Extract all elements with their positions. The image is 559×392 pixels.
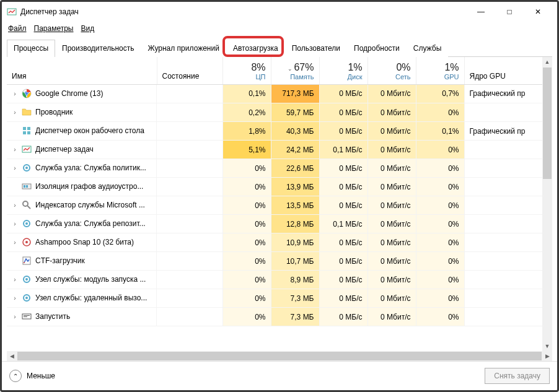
cell-memory: 10,7 МБ: [271, 252, 319, 271]
tab-services[interactable]: Службы: [407, 40, 448, 57]
cell-memory: 13,9 МБ: [271, 178, 319, 196]
expand-icon[interactable]: ›: [12, 239, 18, 246]
cell-disk: 0 МБ/с: [319, 84, 368, 103]
menu-view[interactable]: Вид: [81, 24, 94, 33]
cell-network: 0 Мбит/с: [368, 103, 416, 122]
table-row[interactable]: ›Проводник0,2%59,7 МБ0 МБ/с0 Мбит/с0%: [7, 103, 552, 122]
cell-cpu: 0%: [222, 233, 271, 252]
process-name: Диспетчер окон рабочего стола: [35, 126, 144, 135]
table-row[interactable]: ›Служба узла: Служба репозит...0%12,8 МБ…: [7, 215, 552, 233]
process-name: Узел службы: удаленный вызо...: [35, 294, 147, 302]
process-icon: [22, 219, 32, 229]
end-task-button[interactable]: Снять задачу: [485, 368, 550, 384]
scroll-down-icon[interactable]: ▼: [542, 341, 552, 351]
minimize-button[interactable]: —: [467, 2, 495, 21]
table-row[interactable]: ›Google Chrome (13)0,1%717,3 МБ0 МБ/с0 М…: [7, 84, 552, 103]
expand-icon[interactable]: ›: [12, 109, 18, 116]
col-gpu[interactable]: 1%GPU: [416, 57, 464, 84]
tab-app-history[interactable]: Журнал приложений: [141, 40, 226, 57]
table-row[interactable]: Изоляция графов аудиоустро...0%13,9 МБ0 …: [7, 178, 552, 196]
expand-icon[interactable]: ›: [12, 146, 18, 153]
scroll-thumb[interactable]: [543, 68, 552, 179]
table-row[interactable]: ›Ashampoo Snap 10 (32 бита)0%10,9 МБ0 МБ…: [7, 233, 552, 252]
cell-gpu: 0%: [416, 141, 464, 159]
table-row[interactable]: ›Узел службы: удаленный вызо...0%7,3 МБ0…: [7, 289, 552, 308]
table-row[interactable]: ›Узел службы: модуль запуска ...0%8,9 МБ…: [7, 271, 552, 289]
maximize-button[interactable]: □: [495, 2, 524, 21]
cell-state: [157, 84, 222, 103]
horizontal-scrollbar[interactable]: ◀ ▶: [7, 351, 552, 361]
expand-icon[interactable]: ›: [12, 276, 18, 283]
close-button[interactable]: ✕: [524, 2, 552, 21]
table-row[interactable]: ›Служба узла: Служба политик...0%22,6 МБ…: [7, 159, 552, 178]
table-row[interactable]: Диспетчер окон рабочего стола1,8%40,3 МБ…: [7, 122, 552, 141]
cell-name: ›Google Chrome (13): [7, 85, 157, 103]
cell-gpu-engine: [464, 178, 552, 196]
cell-disk: 0,1 МБ/с: [319, 141, 368, 159]
cell-name: CTF-загрузчик: [7, 252, 157, 271]
task-manager-window: Диспетчер задач — □ ✕ Файл Параметры Вид…: [0, 0, 559, 392]
titlebar[interactable]: Диспетчер задач — □ ✕: [2, 2, 557, 22]
cell-gpu: 0%: [416, 159, 464, 178]
cell-cpu: 0%: [222, 271, 271, 289]
cell-network: 0 Мбит/с: [368, 308, 416, 326]
cell-cpu: 0%: [222, 252, 271, 271]
cell-gpu-engine: [464, 289, 552, 308]
scroll-left-icon[interactable]: ◀: [7, 351, 17, 361]
expand-icon[interactable]: ›: [12, 90, 18, 97]
col-gpu-engine[interactable]: Ядро GPU: [464, 57, 552, 84]
menu-file[interactable]: Файл: [8, 24, 27, 33]
process-icon: [22, 163, 32, 173]
col-state[interactable]: Состояние: [157, 57, 222, 84]
expand-icon[interactable]: ›: [12, 165, 18, 172]
cell-gpu-engine: [464, 252, 552, 271]
col-network[interactable]: 0%Сеть: [368, 57, 416, 84]
col-disk[interactable]: 1%Диск: [319, 57, 368, 84]
col-cpu[interactable]: 8%ЦП: [222, 57, 271, 84]
expand-icon[interactable]: ›: [12, 202, 18, 209]
process-icon: [22, 237, 32, 247]
cell-gpu: 0%: [416, 215, 464, 233]
process-name: Изоляция графов аудиоустро...: [35, 182, 143, 191]
tab-details[interactable]: Подробности: [347, 40, 407, 57]
process-name: Служба узла: Служба политик...: [35, 163, 146, 172]
expand-icon[interactable]: ›: [12, 295, 18, 302]
svg-rect-6: [27, 127, 30, 130]
cell-cpu: 0%: [222, 159, 271, 178]
cell-state: [157, 103, 222, 122]
cell-disk: 0 МБ/с: [319, 289, 368, 308]
cell-network: 0 Мбит/с: [368, 196, 416, 215]
scroll-up-icon[interactable]: ▲: [542, 57, 552, 67]
scroll-right-icon[interactable]: ▶: [542, 351, 552, 361]
vertical-scrollbar[interactable]: ▲ ▼: [542, 57, 552, 351]
cell-gpu: 0%: [416, 196, 464, 215]
tab-performance[interactable]: Производительность: [55, 40, 141, 57]
cell-state: [157, 178, 222, 196]
tab-processes[interactable]: Процессы: [7, 40, 55, 57]
cell-name: ›Запустить: [7, 308, 157, 326]
cell-name: ›Ashampoo Snap 10 (32 бита): [7, 233, 157, 252]
menu-options[interactable]: Параметры: [34, 24, 74, 33]
table-row[interactable]: ›Запустить0%7,3 МБ0 МБ/с0 Мбит/с0%: [7, 308, 552, 326]
process-icon: [22, 256, 32, 266]
table-row[interactable]: CTF-загрузчик0%10,7 МБ0 МБ/с0 Мбит/с0%: [7, 252, 552, 271]
col-memory[interactable]: ⌄67%Память: [271, 57, 319, 84]
tab-users[interactable]: Пользователи: [285, 40, 347, 57]
svg-point-20: [25, 241, 28, 243]
hscroll-thumb[interactable]: [17, 352, 542, 360]
fewer-details-button[interactable]: ⌃ Меньше: [9, 370, 55, 382]
cell-gpu: 0%: [416, 233, 464, 252]
process-icon: [22, 274, 32, 284]
table-row[interactable]: ›Диспетчер задач5,1%24,2 МБ0,1 МБ/с0 Мби…: [7, 141, 552, 159]
process-name: Узел службы: модуль запуска ...: [35, 275, 146, 284]
table-row[interactable]: ›Индексатор службы Microsoft ...0%13,5 М…: [7, 196, 552, 215]
process-name: Индексатор службы Microsoft ...: [35, 201, 145, 209]
cell-memory: 12,8 МБ: [271, 215, 319, 233]
app-icon: [7, 7, 17, 17]
expand-icon[interactable]: ›: [12, 220, 18, 227]
col-name[interactable]: Имя: [7, 57, 157, 84]
cell-state: [157, 308, 222, 326]
expand-icon[interactable]: ›: [12, 313, 18, 320]
tab-startup[interactable]: Автозагрузка: [226, 40, 285, 57]
svg-rect-29: [24, 316, 27, 317]
